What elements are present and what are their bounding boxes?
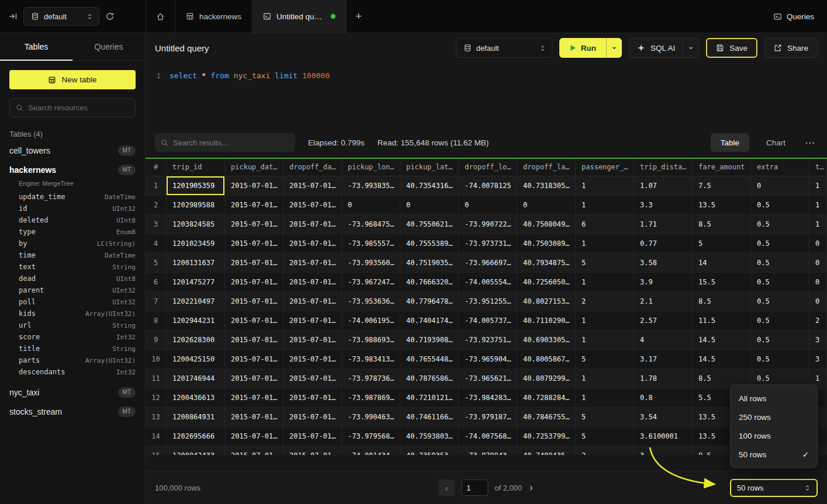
table-cell[interactable]: 1203824585 [167, 215, 225, 234]
table-cell[interactable]: 1.78 [634, 369, 693, 388]
view-chart-button[interactable]: Chart [756, 133, 795, 152]
table-cell[interactable]: 2015-07-01… [283, 215, 342, 234]
table-cell[interactable]: 1200425150 [167, 350, 225, 369]
table-cell[interactable]: 1 [576, 234, 634, 253]
column-header[interactable]: t… [809, 159, 827, 176]
table-cell[interactable]: 0.5 [751, 196, 809, 215]
table-cell[interactable]: 2015-07-01… [283, 408, 342, 427]
run-button[interactable]: Run [559, 38, 606, 58]
table-cell[interactable]: 40.7666320… [400, 273, 459, 292]
row-number[interactable]: 15 [146, 446, 167, 455]
table-cell[interactable]: -73.978736… [342, 369, 400, 388]
workspace-selector[interactable]: default [23, 7, 99, 26]
table-cell[interactable]: 8.5 [693, 292, 751, 311]
next-page-button[interactable]: › [528, 482, 534, 493]
table-cell[interactable]: 8.5 [693, 215, 751, 234]
table-cell[interactable]: 2015-07-01… [225, 253, 283, 273]
table-cell[interactable]: -73.923751… [459, 331, 517, 350]
table-cell[interactable]: 2015-07-01… [225, 215, 283, 234]
table-cell[interactable]: 0 [400, 196, 459, 215]
row-number[interactable]: 2 [146, 196, 167, 215]
table-cell[interactable]: 5 [576, 253, 634, 273]
table-cell[interactable]: 1202210497 [167, 292, 225, 311]
table-cell[interactable]: 14.5 [693, 350, 751, 369]
row-number[interactable]: 11 [146, 369, 167, 388]
table-cell[interactable]: 1 [809, 215, 827, 234]
column-header[interactable]: pickup_lon… [342, 159, 400, 176]
table-cell[interactable]: -73.979568… [342, 427, 400, 446]
table-cell[interactable]: 0.77 [634, 234, 693, 253]
table-cell[interactable]: -73.966697… [459, 253, 517, 273]
table-cell[interactable]: 2015-07-01… [283, 196, 342, 215]
new-tab-button[interactable]: + [347, 0, 371, 33]
table-cell[interactable]: 0.8 [634, 388, 693, 408]
table-cell[interactable]: 2015-07-01… [225, 292, 283, 311]
table-cell[interactable]: 2015-07-01… [283, 427, 342, 446]
table-cell[interactable]: 1 [576, 176, 634, 196]
table-cell[interactable]: 1200436613 [167, 388, 225, 408]
table-cell[interactable]: 2.1 [634, 292, 693, 311]
table-cell[interactable]: -73.965904… [459, 350, 517, 369]
table-cell[interactable]: 2015-07-01… [283, 234, 342, 253]
table-cell[interactable]: 2015-07-01… [283, 292, 342, 311]
table-cell[interactable]: 2015-07-01… [283, 176, 342, 196]
sidebar-item-cell-towers[interactable]: cell_towers MT [9, 141, 136, 160]
table-cell[interactable]: 3.17 [634, 350, 693, 369]
table-cell[interactable]: 40.8005867… [517, 350, 576, 369]
table-cell[interactable]: 40.7256050… [517, 273, 576, 292]
table-cell[interactable]: 0 [809, 234, 827, 253]
table-cell[interactable]: 1 [809, 176, 827, 196]
table-cell[interactable]: 0 [517, 196, 576, 215]
sidebar-item-hackernews[interactable]: hackernews MT [9, 160, 136, 179]
table-cell[interactable]: 2015-07-01… [225, 350, 283, 369]
table-cell[interactable]: 1 [576, 273, 634, 292]
table-cell[interactable]: 0.5 [751, 215, 809, 234]
table-cell[interactable]: 2015-07-01… [283, 331, 342, 350]
table-cell[interactable]: 4 [634, 331, 693, 350]
table-cell[interactable]: 2015-07-01… [225, 369, 283, 388]
collapse-sidebar-button[interactable] [8, 12, 18, 21]
row-number[interactable]: 1 [146, 176, 167, 196]
table-cell[interactable]: 0.5 [751, 253, 809, 273]
table-cell[interactable]: 2 [576, 292, 634, 311]
table-cell[interactable]: 2015-07-01… [225, 311, 283, 331]
column-header[interactable]: # [146, 159, 167, 176]
table-cell[interactable]: 2015-07-01… [283, 388, 342, 408]
table-cell[interactable]: -74.005737… [459, 311, 517, 331]
table-cell[interactable]: 1200864931 [167, 408, 225, 427]
table-cell[interactable]: 14.5 [693, 331, 751, 350]
run-options-button[interactable] [606, 38, 622, 58]
table-cell[interactable]: 2015-07-01… [225, 196, 283, 215]
table-cell[interactable]: 0 [342, 196, 400, 215]
row-number[interactable]: 3 [146, 215, 167, 234]
table-cell[interactable]: 1201905359 [167, 176, 225, 196]
table-cell[interactable]: 40.7508049… [517, 215, 576, 234]
table-cell[interactable]: -73.988693… [342, 331, 400, 350]
row-number[interactable]: 12 [146, 388, 167, 408]
tab-hackernews[interactable]: hackernews [175, 0, 252, 33]
table-cell[interactable]: 40.7934875… [517, 253, 576, 273]
table-cell[interactable]: 3.6100001 [634, 427, 693, 446]
table-cell[interactable]: -73.973731… [459, 234, 517, 253]
table-cell[interactable]: -73.951255… [459, 292, 517, 311]
table-cell[interactable]: -73.953636… [342, 292, 400, 311]
table-cell[interactable]: 7.5 [693, 176, 751, 196]
table-cell[interactable]: 1 [576, 331, 634, 350]
save-button[interactable]: Save [706, 38, 757, 58]
page-size-select[interactable]: 50 rows [730, 479, 818, 497]
view-table-button[interactable]: Table [711, 133, 749, 152]
table-cell[interactable]: 1 [809, 196, 827, 215]
table-cell[interactable]: 3 [809, 331, 827, 350]
table-cell[interactable]: 5 [576, 408, 634, 427]
table-cell[interactable]: 0 [809, 253, 827, 273]
row-number[interactable]: 10 [146, 350, 167, 369]
table-cell[interactable]: 6 [576, 215, 634, 234]
table-cell[interactable]: 5 [576, 350, 634, 369]
sql-editor[interactable]: 1 select * from nyc_taxi limit 100000 [146, 62, 827, 127]
table-cell[interactable]: 2015-07-01… [225, 331, 283, 350]
table-cell[interactable]: -73.967247… [342, 273, 400, 292]
table-cell[interactable]: 1202695666 [167, 427, 225, 446]
sidebar-item-stocks-stream[interactable]: stocks_stream MT [9, 402, 136, 421]
table-cell[interactable]: 40.7210121… [400, 388, 459, 408]
table-cell[interactable]: -74.007568… [459, 427, 517, 446]
